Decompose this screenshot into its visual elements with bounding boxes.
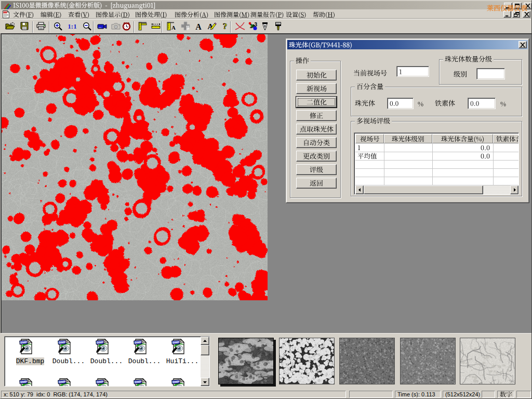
- file-icon-bmp[interactable]: BMP: [132, 378, 150, 387]
- toolbar-button-curve-trace[interactable]: [234, 21, 246, 33]
- table-header-3[interactable]: [432, 134, 493, 143]
- thumbnail-image: [280, 338, 334, 384]
- dialog-button-label: [303, 139, 330, 146]
- level-label: [454, 71, 467, 77]
- file-browser[interactable]: BMPDKF.bmpBMPBMPDoubl...BMPBMPDoubl...BM…: [4, 336, 210, 387]
- toolbar-button-help[interactable]: ?: [219, 21, 231, 33]
- toolbar-button-pen-nib[interactable]: [259, 21, 271, 33]
- ferrite-input[interactable]: [468, 98, 496, 109]
- file-icon-bmp[interactable]: BMP: [170, 378, 188, 387]
- table-hscroll-right-button[interactable]: [510, 185, 518, 194]
- dialog-button-4[interactable]: [296, 110, 337, 121]
- status-time: Time (s): 0.113: [395, 391, 441, 398]
- file-icon-bmp[interactable]: BMP: [94, 378, 112, 387]
- menu-item-7[interactable]: [214, 11, 249, 18]
- toolbar-button-timer-clock[interactable]: [121, 21, 132, 33]
- file-label[interactable]: HuiTi...: [159, 357, 205, 365]
- file-icon-bmp[interactable]: BMP: [94, 338, 112, 356]
- file-scroll-up-button[interactable]: [201, 337, 209, 345]
- dialog-button-6[interactable]: [296, 137, 337, 148]
- table-cell-field[interactable]: [357, 152, 377, 160]
- file-icon-bmp[interactable]: BMP: [18, 378, 35, 387]
- table-hscroll-left-button[interactable]: [355, 185, 364, 194]
- dialog-button-9[interactable]: [296, 178, 337, 189]
- toolbar-button-video-camera[interactable]: [96, 21, 108, 33]
- menu-item-10[interactable]: [313, 11, 335, 18]
- dialog-button-2[interactable]: [296, 83, 337, 94]
- thumbnail-image: [460, 338, 515, 384]
- dialog-close-button[interactable]: [518, 41, 527, 48]
- table-header-label: [392, 136, 424, 142]
- menu-item-1[interactable]: [13, 11, 34, 18]
- menu-item-9[interactable]: [286, 11, 307, 18]
- dialog-title-bar[interactable]: [287, 40, 528, 49]
- toolbar-button-classify-points[interactable]: 1a3: [247, 21, 258, 33]
- micrograph-image[interactable]: [2, 34, 268, 300]
- toolbar-button-save[interactable]: [19, 21, 30, 33]
- menu-item-2[interactable]: [41, 11, 62, 18]
- toolbar-button-text-annotate[interactable]: A: [193, 21, 204, 33]
- dialog-button-label: [307, 72, 327, 78]
- toolbar-button-caliper-measure[interactable]: [137, 21, 148, 33]
- table-hscroll-thumb[interactable]: [364, 185, 483, 194]
- menu-item-6[interactable]: [175, 11, 208, 18]
- current-field-input[interactable]: [396, 66, 429, 77]
- dialog-button-3[interactable]: [296, 97, 337, 108]
- toolbar-button-photo-camera[interactable]: [110, 21, 122, 33]
- table-cell-field[interactable]: [357, 143, 361, 152]
- mdi-restore-button[interactable]: [512, 11, 520, 18]
- toolbar-button-actual-size[interactable]: 1:1: [66, 21, 78, 33]
- file-icon-bmp[interactable]: BMP: [56, 378, 74, 387]
- pearlite-input[interactable]: [387, 98, 414, 109]
- file-name: DKF.bmp: [16, 357, 45, 365]
- file-icon-bmp[interactable]: BMP: [18, 338, 35, 356]
- toolbar-button-zoom-out[interactable]: [81, 21, 92, 33]
- pearlite-value: [390, 100, 398, 107]
- dialog-button-8[interactable]: [296, 164, 337, 175]
- table-cell-pearlite[interactable]: [432, 143, 490, 152]
- dialog-button-1[interactable]: [296, 70, 337, 81]
- file-scroll-down-button[interactable]: [201, 378, 209, 386]
- toolbar-button-open-folder[interactable]: [4, 21, 16, 33]
- rating-group-label: [443, 56, 494, 62]
- svg-text:A: A: [171, 24, 176, 31]
- toolbar-button-print[interactable]: [35, 21, 47, 33]
- menu-item-3[interactable]: [68, 11, 89, 18]
- save-icon: [20, 22, 29, 32]
- percent-group-label: [355, 83, 385, 90]
- multi-field-table[interactable]: [354, 132, 519, 195]
- toolbar-button-zoom-in[interactable]: [52, 21, 63, 33]
- toolbar-button-text-edit[interactable]: A: [206, 21, 217, 33]
- menu-item-8[interactable]: [250, 11, 284, 18]
- file-icon-bmp[interactable]: BMP: [132, 338, 150, 356]
- svg-text:BMP: BMP: [97, 341, 104, 344]
- classify-points-icon: 1a3: [248, 22, 258, 33]
- toolbar-button-length-measure[interactable]: [150, 21, 162, 33]
- menu-item-4[interactable]: [96, 11, 130, 18]
- mdi-close-button[interactable]: [523, 11, 530, 18]
- photo-camera-icon: [111, 22, 121, 32]
- mdi-minimize-button[interactable]: [503, 11, 511, 18]
- thumbnail-fine-speckle[interactable]: [339, 338, 395, 384]
- status-empty-2: [482, 391, 495, 398]
- table-header-2[interactable]: [384, 134, 432, 143]
- table-cell-pearlite[interactable]: [432, 152, 490, 160]
- thumbnail-light-streaks[interactable]: [460, 338, 515, 384]
- thumbnail-dark-banded[interactable]: [218, 338, 274, 384]
- toolbar-button-ruler-text[interactable]: A: [166, 21, 177, 33]
- window-title: [13, 2, 155, 9]
- menu-item-5[interactable]: [135, 11, 167, 18]
- table-header-1[interactable]: [355, 134, 384, 143]
- file-icon-bmp[interactable]: BMP: [56, 338, 74, 356]
- thumbnail-high-contrast-blobs[interactable]: [279, 338, 335, 384]
- dialog-button-5[interactable]: [296, 124, 337, 135]
- table-header-4[interactable]: [493, 134, 519, 143]
- file-scroll-thumb[interactable]: [201, 345, 209, 355]
- toolbar-button-brush[interactable]: [272, 21, 284, 33]
- level-input[interactable]: [476, 68, 505, 79]
- toolbar-button-area-cross[interactable]: [180, 21, 191, 33]
- document-icon[interactable]: [2, 10, 10, 18]
- dialog-button-7[interactable]: [296, 151, 337, 162]
- file-icon-bmp[interactable]: BMP: [170, 338, 188, 356]
- thumbnail-fine-speckle-light[interactable]: [400, 338, 456, 384]
